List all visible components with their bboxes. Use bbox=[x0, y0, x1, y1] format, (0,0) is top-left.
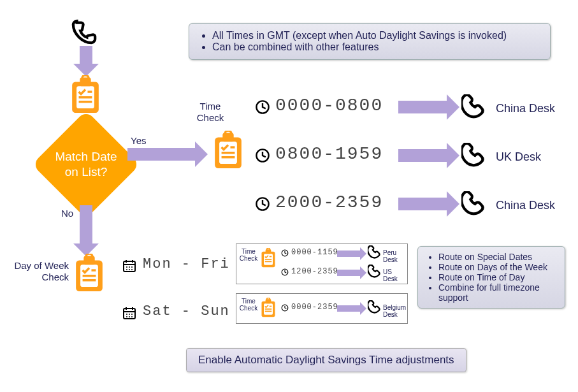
right-note-1: Route on Special Dates bbox=[438, 252, 558, 262]
top-notes-panel: All Times in GMT (except when Auto Dayli… bbox=[189, 23, 551, 60]
handset-icon-3 bbox=[461, 191, 487, 217]
edge-no-label: No bbox=[61, 208, 73, 219]
mini1-range-1: 0000-1159 bbox=[291, 248, 338, 257]
dest-1: China Desk bbox=[496, 102, 555, 116]
arrow-down-1 bbox=[80, 46, 92, 65]
clock-icon-3 bbox=[255, 196, 270, 212]
daylight-savings-button[interactable]: Enable Automatic Daylight Savings Time a… bbox=[186, 348, 466, 372]
dest-2: UK Desk bbox=[496, 150, 541, 164]
mini1-arrow-2 bbox=[337, 270, 360, 276]
calendar-icon-1 bbox=[122, 259, 136, 273]
time-check-clipboard-icon bbox=[210, 131, 246, 173]
decision-line2: on List? bbox=[65, 164, 108, 180]
arrow-route-1 bbox=[398, 101, 448, 113]
mini1-arrow-1 bbox=[337, 250, 360, 257]
dow-days-2: Sat - Sun bbox=[143, 303, 230, 319]
right-notes-panel: Route on Special Dates Route on Days of … bbox=[417, 246, 565, 309]
time-range-1: 0000-0800 bbox=[275, 96, 383, 115]
right-note-2: Route on Days of the Week bbox=[438, 262, 558, 272]
dow-clipboard-icon bbox=[71, 254, 107, 296]
mini-time-check-1: Time Check bbox=[239, 248, 258, 262]
top-note-1: All Times in GMT (except when Auto Dayli… bbox=[212, 30, 541, 41]
date-list-clipboard-icon bbox=[68, 75, 103, 117]
dow-minibox-1: Time Check 0000-1159 Peru Desk 1200-2359… bbox=[236, 243, 408, 284]
mini-time-check-2: Time Check bbox=[239, 298, 258, 312]
clock-icon-1 bbox=[255, 99, 270, 115]
edge-yes-label: Yes bbox=[131, 135, 146, 146]
dest-3: China Desk bbox=[496, 199, 555, 213]
handset-icon-1 bbox=[461, 94, 487, 120]
dow-days-1: Mon - Fri bbox=[143, 256, 230, 272]
time-range-3: 2000-2359 bbox=[275, 192, 383, 212]
time-check-label: Time Check bbox=[191, 101, 229, 124]
arrow-route-3 bbox=[398, 198, 448, 210]
clock-icon-2 bbox=[255, 148, 270, 163]
mini1-range-2: 1200-2359 bbox=[291, 267, 338, 276]
dow-minibox-2: Time Check 0000-2359 Belgium Desk bbox=[236, 293, 408, 324]
arrow-down-no bbox=[80, 205, 92, 245]
handset-icon-2 bbox=[461, 143, 487, 168]
calendar-icon-2 bbox=[122, 306, 136, 320]
top-note-2: Can be combined with other features bbox=[212, 41, 541, 53]
mini2-range-1: 0000-2359 bbox=[291, 303, 338, 312]
mini2-arrow-1 bbox=[337, 305, 360, 312]
arrow-route-2 bbox=[398, 149, 448, 162]
arrow-right-yes bbox=[127, 148, 196, 161]
match-date-decision: Match Date on List? bbox=[48, 126, 124, 203]
mini1-dest-1: Peru Desk bbox=[383, 249, 407, 263]
decision-line1: Match Date bbox=[55, 149, 117, 164]
right-note-3: Route on Time of Day bbox=[438, 272, 558, 282]
time-range-2: 0800-1959 bbox=[275, 144, 383, 164]
mini1-dest-2: US Desk bbox=[383, 268, 407, 282]
incoming-call-icon bbox=[71, 19, 97, 45]
mini2-dest-1: Belgium Desk bbox=[383, 304, 407, 318]
dow-check-label: Day of Week Check bbox=[13, 260, 69, 283]
right-note-4: Combine for full timezone support bbox=[438, 282, 558, 303]
